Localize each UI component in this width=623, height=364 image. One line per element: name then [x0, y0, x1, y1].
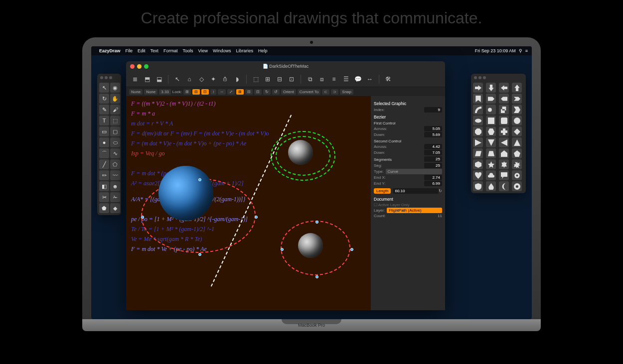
shape-ring-icon[interactable]: [512, 181, 522, 191]
shape-moon-icon[interactable]: [499, 181, 509, 191]
shape-octagon-icon[interactable]: [473, 126, 483, 136]
tool-pointer[interactable]: ↖: [99, 83, 109, 93]
sb-convert[interactable]: Convert To: [298, 89, 321, 95]
tool-crop[interactable]: ✂: [99, 192, 109, 202]
document-window[interactable]: 📄 DarkSideOfTheMac ≣ ⬒ ⬓ ↖ ⌂ ◇ ✦ ⫛ ◗: [126, 61, 445, 310]
menu-format[interactable]: Format: [163, 48, 178, 53]
tool-knife[interactable]: ✁: [110, 192, 120, 202]
bezier-handle[interactable]: [141, 216, 144, 219]
drawing-canvas[interactable]: F = ((m * V)2 - (m * V)1) / (t2 - t1) F …: [126, 96, 370, 310]
shape-bean-icon[interactable]: [473, 116, 483, 125]
refresh-icon[interactable]: ↻: [439, 189, 442, 193]
tb-text[interactable]: ≡: [329, 74, 339, 84]
bezier-handle[interactable]: [255, 216, 258, 219]
shape-tri-up-icon[interactable]: [512, 137, 522, 147]
earth-graphic[interactable]: [158, 166, 213, 221]
arrow-up-icon[interactable]: [512, 83, 522, 93]
tool-text[interactable]: T: [99, 116, 109, 125]
shape-tri-down-icon[interactable]: [486, 137, 496, 147]
bezier-handle[interactable]: [198, 253, 201, 256]
tb-front[interactable]: ⬓: [154, 74, 164, 84]
tb-align4[interactable]: ⊡: [287, 74, 297, 84]
menu-app[interactable]: EazyDraw: [99, 48, 121, 53]
sb-c2[interactable]: ⊃: [331, 89, 338, 95]
sb-a6[interactable]: ⤢: [227, 89, 235, 95]
shape-hex2-icon[interactable]: [473, 159, 483, 169]
tool-spiral[interactable]: ◉: [110, 83, 120, 93]
shape-house-icon[interactable]: [499, 148, 509, 158]
length-chip[interactable]: Length: [374, 188, 391, 194]
tb-tools[interactable]: 🛠: [383, 74, 393, 84]
shape-pentagon-icon[interactable]: [512, 148, 522, 158]
sb-scale[interactable]: 3.33: [159, 89, 171, 95]
moon-graphic-1[interactable]: [288, 140, 313, 165]
shape-curve-icon[interactable]: [473, 105, 483, 115]
shape-para-icon[interactable]: [473, 148, 483, 158]
window-titlebar[interactable]: 📄 DarkSideOfTheMac: [126, 61, 445, 71]
menu-help[interactable]: Help: [258, 48, 268, 53]
tool-hand[interactable]: ✋: [110, 94, 120, 104]
tb-back[interactable]: ⬒: [142, 74, 152, 84]
minimize-icon[interactable]: [137, 64, 142, 69]
tb-protractor[interactable]: ◗: [232, 74, 242, 84]
endy-value[interactable]: 6.99: [424, 181, 442, 186]
close-icon[interactable]: [130, 64, 135, 69]
shape-diamond-icon[interactable]: [512, 126, 522, 136]
menu-libraries[interactable]: Libraries: [236, 48, 253, 53]
menu-tools[interactable]: Tools: [183, 48, 193, 53]
tool-rotate[interactable]: ↻: [99, 94, 109, 104]
bezier-handle[interactable]: [281, 248, 284, 251]
type-select[interactable]: Curve: [386, 169, 442, 174]
arrow-right-icon[interactable]: [473, 83, 483, 93]
shape-tri-right-icon[interactable]: [473, 137, 483, 147]
endx-value[interactable]: 2.74: [424, 175, 442, 180]
across2-value[interactable]: 4.42: [424, 144, 442, 149]
tool-pencil[interactable]: ✏: [99, 170, 109, 180]
shape-speech-icon[interactable]: [499, 170, 509, 180]
shape-star6-icon[interactable]: [499, 159, 509, 169]
sb-a4[interactable]: ↕: [210, 89, 216, 95]
tool-roundrect[interactable]: ▢: [110, 126, 120, 136]
tb-list[interactable]: ☰: [341, 74, 351, 84]
bezier-handle[interactable]: [198, 178, 201, 181]
tool-more[interactable]: ◆: [110, 203, 120, 213]
shape-tag-right-icon[interactable]: [486, 94, 496, 104]
moon-graphic-2[interactable]: [298, 233, 323, 258]
tb-speech[interactable]: 💬: [353, 74, 363, 84]
sb-a8[interactable]: ⊟: [245, 89, 253, 95]
zoom-icon[interactable]: [144, 64, 149, 69]
sb-orient[interactable]: Orient: [281, 89, 296, 95]
tool-shape[interactable]: ⬟: [99, 203, 109, 213]
shape-star5-icon[interactable]: [486, 159, 496, 169]
active-layer-checkbox[interactable]: ☐ Active Layer Only: [374, 203, 409, 207]
shape-hexagon-icon[interactable]: [486, 126, 496, 136]
tb-dim[interactable]: ↔: [365, 74, 375, 84]
tool-eraser[interactable]: ◧: [99, 181, 109, 191]
shape-union-icon[interactable]: [486, 105, 496, 115]
tool-polygon[interactable]: ⬠: [110, 159, 120, 169]
shape-square-icon[interactable]: [486, 116, 496, 125]
shape-cross-icon[interactable]: [499, 126, 509, 136]
shape-roundrect-icon[interactable]: [499, 116, 509, 125]
tb-align1[interactable]: ⬚: [251, 74, 261, 84]
tool-circle[interactable]: ●: [99, 137, 109, 147]
sb-snap[interactable]: Snap: [340, 89, 353, 95]
segments-value[interactable]: 25: [424, 156, 442, 162]
shape-bookmark-icon[interactable]: [473, 94, 483, 104]
tb-chart[interactable]: ⫛: [220, 74, 230, 84]
layer-select[interactable]: FlightPath (Active): [387, 208, 442, 213]
sb-a7[interactable]: ⊞: [236, 89, 244, 95]
tool-pen[interactable]: ✎: [99, 105, 109, 115]
shape-heart-icon[interactable]: [473, 170, 483, 180]
sb-c1[interactable]: ⊂: [322, 89, 329, 95]
tb-ungroup[interactable]: ⧈: [317, 74, 327, 84]
tool-ellipse[interactable]: ⬭: [110, 137, 120, 147]
index-value[interactable]: 9: [424, 107, 442, 113]
sb-a9[interactable]: ⊡: [254, 89, 262, 95]
tool-freeform[interactable]: 〰: [110, 170, 120, 180]
shapes-palette[interactable]: [471, 74, 526, 193]
bezier-handle[interactable]: [315, 275, 318, 278]
tool-rect[interactable]: ▭: [99, 126, 109, 136]
tool-brush[interactable]: 🖌: [110, 105, 120, 115]
spotlight-icon[interactable]: ⚲: [519, 48, 522, 53]
